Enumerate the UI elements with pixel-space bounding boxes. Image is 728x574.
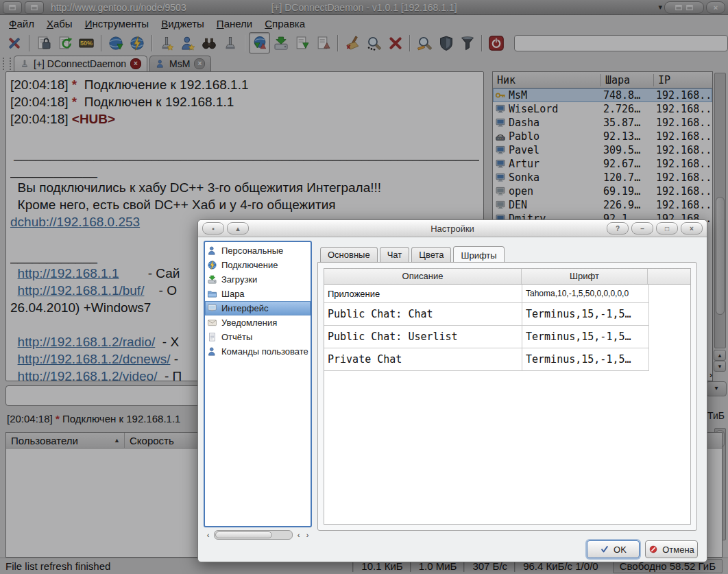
scroll-up-icon[interactable]: ▴: [714, 350, 726, 361]
ok-button[interactable]: OK: [587, 540, 640, 558]
menu-item-Виджеты[interactable]: Виджеты: [155, 16, 210, 31]
toolbar-button-power-off[interactable]: [486, 32, 507, 53]
toolbar-button-hub-reload[interactable]: [55, 32, 76, 53]
chat-link[interactable]: http://192.168.1.2/dcnews/: [18, 352, 171, 366]
settings-category--[interactable]: Уведомления: [205, 315, 311, 330]
font-table-row[interactable]: ПриложениеTahoma,10,-1,5,50,0,0,0,0,0: [324, 285, 649, 303]
quick-search-input[interactable]: [514, 35, 728, 51]
hub-tab--DConnectDaemon[interactable]: [+] DConnectDaemon×: [14, 56, 147, 71]
font-table-row[interactable]: Public Chat: ChatTerminus,15,-1,5…: [324, 303, 649, 326]
cancel-button[interactable]: Отмена: [645, 540, 698, 558]
toolbar-button-reconnect-globe[interactable]: [106, 32, 127, 53]
userlist-scrollbar[interactable]: [714, 73, 726, 348]
settings-tab-Чат[interactable]: Чат: [380, 247, 410, 263]
settings-tab-Цвета[interactable]: Цвета: [411, 247, 451, 263]
settings-category--[interactable]: Загрузки: [205, 272, 311, 287]
minimize-icon[interactable]: [675, 3, 683, 12]
toolbar-button-filter-funnel[interactable]: [457, 32, 478, 53]
font-table-header-font[interactable]: Шрифт: [522, 269, 648, 284]
menu-item-Панели[interactable]: Панели: [210, 16, 258, 31]
toolbar-button-tools[interactable]: [4, 32, 25, 53]
dialog-menu-button[interactable]: ▪: [202, 222, 224, 235]
toolbar-button-favorite-users[interactable]: [178, 32, 199, 53]
settings-category--[interactable]: Интерфейс: [205, 301, 311, 315]
panel-arrow-right-icon[interactable]: ›: [709, 370, 712, 380]
scroll-down-icon[interactable]: ▾: [714, 361, 726, 372]
toolbar-button-close-hub[interactable]: [385, 32, 406, 53]
dialog-maximize-button[interactable]: □: [656, 222, 678, 235]
window-group-button-2[interactable]: [25, 1, 44, 14]
dialog-shade-button[interactable]: ▴: [227, 222, 249, 235]
font-table-row[interactable]: Private ChatTerminus,15,-1,5…: [324, 348, 649, 371]
sidebar-horizontal-scrollbar[interactable]: ‹ ‹ ›: [204, 530, 312, 540]
settings-category--[interactable]: Персональные: [205, 243, 311, 258]
tab-close-icon[interactable]: ×: [130, 58, 141, 69]
userlist-row[interactable]: Sonka120.7…192.168..: [493, 171, 712, 184]
toolbar-button-cleanup[interactable]: [342, 32, 363, 53]
userlist-header-share[interactable]: Шара: [600, 74, 653, 86]
userlist-scrollbar-thumb[interactable]: [716, 197, 725, 315]
menu-item-Файл[interactable]: Файл: [3, 16, 40, 31]
userlist-row[interactable]: WiseLord2.726…192.168..: [493, 102, 712, 116]
userlist-header-ip[interactable]: IP: [653, 74, 712, 86]
menu-item-Инструменты[interactable]: Инструменты: [79, 16, 156, 31]
tab-close-icon[interactable]: ×: [194, 58, 205, 69]
toolbar-button-download-queue[interactable]: [291, 32, 313, 53]
chat-link[interactable]: http://192.168.1.1/buf/: [18, 283, 145, 298]
chat-link[interactable]: http://192.168.1.2/radio/: [18, 335, 156, 349]
transfers-header-speed[interactable]: Скорость: [124, 433, 198, 448]
toolbar-button-search-spy[interactable]: [363, 32, 385, 53]
menu-item-Справка[interactable]: Справка: [258, 16, 311, 31]
toolbar-button-transfers[interactable]: [249, 32, 270, 53]
font-table-header-desc[interactable]: Описание: [324, 269, 522, 284]
transfers-header-users[interactable]: Пользователи ▲: [6, 433, 124, 448]
toolbar-button-public-hubs[interactable]: [220, 32, 241, 53]
dialog-help-button[interactable]: ?: [607, 222, 629, 235]
toolbar-button-connection-globe[interactable]: [127, 32, 148, 53]
chat-link[interactable]: dchub://192.168.0.253: [10, 215, 140, 229]
userlist-row[interactable]: Pablo92.13…192.168..: [493, 130, 712, 143]
toolbar-button-limit-50[interactable]: 50%: [76, 32, 97, 53]
userlist-row[interactable]: MsM748.8…192.168..: [493, 88, 712, 102]
settings-category--[interactable]: Отчёты: [205, 330, 311, 344]
settings-category--[interactable]: Команды пользовате: [205, 344, 311, 359]
userlist-header-nick[interactable]: Ник: [493, 74, 600, 86]
hub-tab-MsM[interactable]: MsM×: [149, 56, 211, 71]
toolbar-button-search-binoculars[interactable]: [199, 32, 220, 53]
toolbar-button-hub-lock[interactable]: [34, 32, 55, 53]
userlist-row[interactable]: open69.19…192.168..: [493, 184, 712, 198]
toolbar-button-security-shield[interactable]: [435, 32, 457, 53]
toolbar-button-downloads[interactable]: [270, 32, 291, 53]
hscroll-left2-icon[interactable]: ‹: [294, 531, 303, 540]
userlist-dropdown-button[interactable]: ▾: [706, 381, 727, 396]
window-menu-dropdown-icon[interactable]: ▾: [658, 3, 662, 12]
dialog-close-button[interactable]: ×: [681, 222, 703, 235]
userlist-row[interactable]: Pavel309.5…192.168..: [493, 143, 712, 157]
settings-tab-Основные[interactable]: Основные: [320, 247, 378, 263]
hscroll-track[interactable]: [214, 530, 293, 540]
window-group-button-1[interactable]: [3, 1, 22, 14]
settings-tab-Шрифты[interactable]: Шрифты: [453, 246, 504, 263]
hscroll-left-icon[interactable]: ‹: [204, 531, 213, 540]
userlist-row[interactable]: Artur92.67…192.168..: [493, 157, 712, 171]
window-close-button[interactable]: ×: [706, 1, 725, 14]
hscroll-thumb[interactable]: [215, 531, 272, 538]
menu-item-Хабы[interactable]: Хабы: [40, 16, 79, 31]
tabbar-drag-handle[interactable]: [3, 58, 11, 70]
toolbar: 50%: [0, 32, 728, 54]
chat-link[interactable]: http://192.168.1.1: [18, 266, 119, 280]
userlist-row[interactable]: DEN226.9…192.168..: [493, 198, 712, 212]
settings-category--[interactable]: Подключение: [205, 258, 311, 272]
toolbar-button-upload-queue[interactable]: [313, 32, 334, 53]
toolbar-button-favorite-hubs[interactable]: [156, 32, 178, 53]
userlist-row[interactable]: Dasha35.87…192.168..: [493, 116, 712, 130]
font-table-row[interactable]: Public Chat: UserlistTerminus,15,-1,5…: [324, 326, 649, 348]
maximize-icon[interactable]: [685, 3, 694, 12]
settings-category--[interactable]: Шара: [205, 287, 311, 301]
window-minmax-group[interactable]: [664, 1, 704, 14]
chat-link[interactable]: http://192.168.1.2/video/: [18, 369, 158, 381]
grouped-window-title[interactable]: http://www.gentoo.ru/node/9503: [51, 2, 186, 13]
toolbar-button-adl-search[interactable]: [414, 32, 435, 53]
hscroll-right-icon[interactable]: ›: [303, 531, 312, 540]
dialog-minimize-button[interactable]: –: [631, 222, 653, 235]
